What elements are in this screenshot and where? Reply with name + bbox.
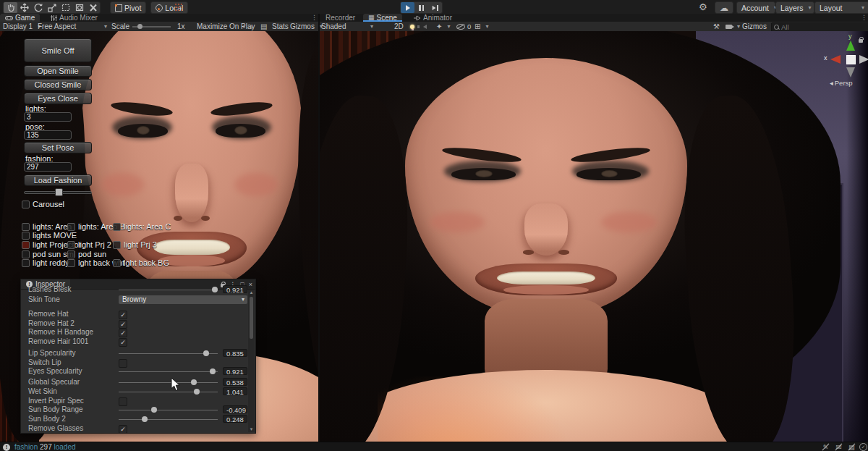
x-axis-cone[interactable] bbox=[830, 55, 841, 64]
property-slider[interactable] bbox=[119, 353, 218, 355]
property-checkbox[interactable]: ✓ bbox=[119, 338, 127, 347]
scroll-up-icon[interactable]: ▴ bbox=[248, 290, 255, 295]
property-slider[interactable] bbox=[119, 382, 218, 384]
slider-thumb[interactable] bbox=[151, 407, 157, 413]
lights-area-toggle[interactable]: lights: Area bbox=[22, 222, 72, 231]
lights-area-c-toggle[interactable]: lights: Area C bbox=[113, 222, 171, 231]
scene-audio-icon[interactable] bbox=[423, 22, 427, 31]
grid-snap-icon[interactable] bbox=[174, 3, 182, 11]
console-message-icon[interactable]: ! bbox=[3, 444, 10, 451]
step-button[interactable] bbox=[428, 2, 442, 13]
gear-icon[interactable]: ⚙ bbox=[699, 2, 707, 12]
scene-orientation-gizmo[interactable]: y x ◂Persp bbox=[824, 35, 868, 88]
aspect-dropdown[interactable]: Free Aspect▾ bbox=[38, 22, 107, 31]
fashion-input[interactable]: 297 bbox=[24, 162, 72, 172]
rect-tool-button[interactable] bbox=[59, 2, 72, 13]
lights-input[interactable]: 3 bbox=[24, 112, 72, 122]
y-axis-cone[interactable] bbox=[846, 41, 855, 51]
scene-view[interactable]: y x ◂Persp bbox=[320, 31, 868, 442]
load-fashion-button[interactable]: Load Fashion bbox=[24, 174, 92, 186]
property-slider[interactable] bbox=[119, 392, 218, 393]
property-value-field[interactable]: 0.921 bbox=[223, 285, 247, 293]
open-smile-button[interactable]: Open Smile bbox=[24, 65, 92, 77]
2d-toggle[interactable]: 2D bbox=[394, 22, 404, 31]
tab-game[interactable]: Game bbox=[0, 14, 40, 22]
layers-dropdown[interactable]: Layers▾ bbox=[775, 1, 814, 14]
lght-back-bg-toggle[interactable]: lght back BG bbox=[113, 258, 169, 267]
move-tool-button[interactable] bbox=[17, 2, 31, 13]
tab-audio-mixer[interactable]: Audio Mixer bbox=[46, 14, 103, 22]
slider-thumb[interactable] bbox=[142, 416, 148, 422]
scale-slider[interactable] bbox=[132, 26, 171, 28]
property-value-field[interactable]: 0.248 bbox=[223, 415, 247, 423]
property-value-field[interactable]: 1.041 bbox=[223, 387, 247, 395]
property-value-field[interactable]: 0.835 bbox=[223, 349, 247, 357]
down-axis-cone[interactable] bbox=[846, 67, 855, 77]
pause-button[interactable] bbox=[414, 2, 428, 13]
closed-smile-button[interactable]: Closed Smile bbox=[24, 79, 92, 90]
custom-tools-button[interactable] bbox=[86, 2, 100, 13]
light-prj2-toggle[interactable]: light Prj 2 bbox=[67, 240, 111, 249]
tab-animator[interactable]: Animator bbox=[409, 14, 457, 22]
property-value-field[interactable]: 0.921 bbox=[223, 367, 247, 375]
layout-dropdown[interactable]: Layout▾ bbox=[814, 1, 868, 14]
scene-lighting-icon[interactable] bbox=[410, 22, 414, 31]
fashion-slider[interactable] bbox=[24, 190, 90, 194]
slider-thumb[interactable] bbox=[203, 350, 209, 356]
component-filter-dropdown[interactable]: ⊞▾ bbox=[475, 22, 488, 31]
slider-thumb[interactable] bbox=[194, 389, 200, 395]
light-reddy-toggle[interactable]: light reddy bbox=[22, 258, 69, 267]
carousel-toggle[interactable]: Carousel bbox=[22, 200, 64, 208]
console-message[interactable]: fashion 297 loaded bbox=[14, 442, 76, 451]
scroll-down-icon[interactable]: ▾ bbox=[248, 426, 255, 432]
play-button[interactable] bbox=[401, 2, 414, 13]
transform-tool-button[interactable] bbox=[72, 2, 86, 13]
lights-move-toggle[interactable]: lights MOVE bbox=[22, 231, 77, 240]
perspective-toggle[interactable]: ◂Persp bbox=[830, 79, 853, 87]
slider-thumb[interactable] bbox=[55, 188, 63, 196]
eyes-close-button[interactable]: Eyes Close bbox=[24, 93, 92, 104]
display-dropdown[interactable]: Display 1▾ bbox=[3, 22, 41, 31]
property-value-field[interactable]: -0.409 bbox=[223, 405, 247, 413]
shading-mode-dropdown[interactable]: Shaded▾ bbox=[321, 22, 373, 31]
light-prj3-toggle[interactable]: light Prj 3 bbox=[113, 240, 157, 249]
mute-audio-icon[interactable] bbox=[249, 22, 252, 31]
smile-off-button[interactable]: Smile Off bbox=[24, 38, 92, 62]
slider-thumb[interactable] bbox=[210, 368, 216, 374]
cloud-services-button[interactable]: ☁ bbox=[715, 1, 733, 14]
status-bar[interactable]: ! fashion 297 loaded ✎ ✉ ▤ ✓ bbox=[0, 442, 868, 451]
tab-scene[interactable]: ▦ Scene bbox=[363, 14, 402, 22]
pane-menu-icon[interactable]: ⋮ bbox=[861, 14, 867, 21]
local-toggle[interactable]: Local bbox=[150, 1, 188, 14]
skin-tone-dropdown[interactable]: Browny▾ bbox=[119, 295, 247, 304]
scene-tools-icon[interactable]: ⚒ bbox=[713, 22, 720, 31]
scene-visibility-toggle[interactable]: 0 bbox=[456, 22, 471, 31]
pane-menu-icon[interactable]: ⋮ bbox=[311, 14, 318, 21]
tab-recorder[interactable]: Recorder bbox=[320, 14, 360, 22]
property-value-field[interactable]: 0.538 bbox=[223, 378, 247, 386]
vsync-monitor-icon[interactable]: ▤ bbox=[260, 22, 267, 31]
property-slider[interactable] bbox=[119, 290, 218, 291]
property-checkbox[interactable]: ✓ bbox=[119, 329, 127, 337]
rotate-tool-button[interactable] bbox=[31, 2, 45, 13]
scrollbar-thumb[interactable] bbox=[250, 297, 253, 339]
slider-thumb[interactable] bbox=[212, 287, 218, 292]
pivot-toggle[interactable]: Pivot bbox=[110, 1, 146, 14]
set-pose-button[interactable]: Set Pose bbox=[24, 142, 92, 153]
scale-tool-button[interactable] bbox=[45, 2, 59, 13]
scene-camera-dropdown[interactable]: ▾ bbox=[726, 22, 740, 31]
stats-toggle[interactable]: Stats bbox=[272, 22, 289, 31]
pod-sun-toggle[interactable]: pod sun bbox=[67, 250, 106, 258]
scale-slider-thumb[interactable] bbox=[137, 24, 142, 29]
pose-input[interactable]: 135 bbox=[24, 130, 72, 140]
property-slider[interactable] bbox=[119, 371, 218, 373]
property-checkbox[interactable]: ✓ bbox=[119, 425, 127, 434]
scene-gizmos-dropdown[interactable]: Gizmos▾ bbox=[742, 22, 775, 31]
property-slider[interactable] bbox=[119, 419, 218, 421]
maximize-on-play-toggle[interactable]: Maximize On Play bbox=[197, 22, 255, 31]
gizmo-cube[interactable] bbox=[846, 55, 856, 64]
z-axis-cone[interactable] bbox=[859, 55, 868, 64]
close-icon[interactable]: × bbox=[249, 281, 252, 288]
scene-fx-dropdown[interactable]: ✦▾ bbox=[436, 22, 450, 31]
property-slider[interactable] bbox=[119, 410, 218, 411]
